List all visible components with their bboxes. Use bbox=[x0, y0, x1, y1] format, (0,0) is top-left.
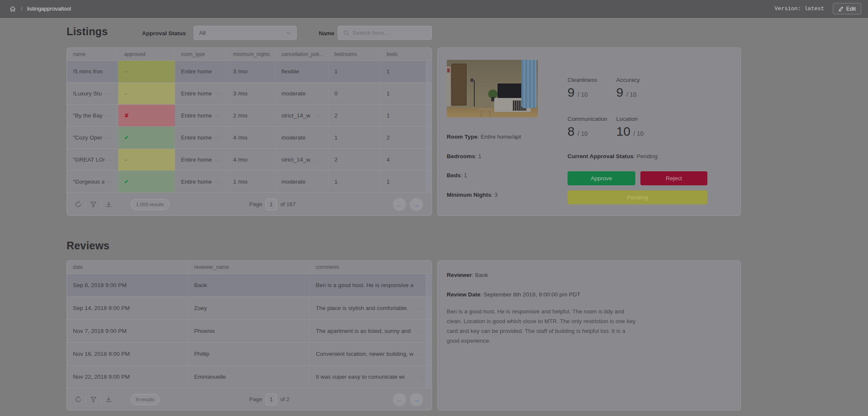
review-body-text: Ben is a good host. He is responsive and… bbox=[447, 307, 640, 346]
communication-rating: 8/ 10 bbox=[568, 124, 588, 139]
download-icon[interactable] bbox=[105, 201, 112, 208]
table-row[interactable]: !Luxury Stu ··· – Entire home ··· 3 /mo bbox=[67, 83, 431, 105]
cell-minimum-nights: 3 /mo bbox=[227, 83, 275, 104]
pending-button[interactable]: Pending bbox=[568, 190, 707, 204]
column-header[interactable]: beds bbox=[381, 48, 432, 60]
cell-approved: – bbox=[118, 83, 175, 104]
table-row[interactable]: "Gorgeous a ··· ✔ Entire home ··· 1 /mo bbox=[67, 171, 431, 193]
photo-switch bbox=[470, 78, 473, 82]
table-row[interactable]: Sep 8, 2018 9:00 PM Baok Ben is a good h… bbox=[67, 274, 431, 297]
table-row[interactable]: Nov 22, 2018 9:00 PM Emmanuelle It was s… bbox=[67, 366, 431, 388]
column-header[interactable]: minimum_nights bbox=[227, 48, 275, 60]
cell-date: Nov 16, 2018 9:00 PM bbox=[67, 343, 188, 365]
page-label: Page bbox=[249, 201, 262, 207]
cell-cancellation-policy: flexible bbox=[275, 61, 328, 82]
table-row[interactable]: Nov 16, 2018 9:00 PM Phillip Convenient … bbox=[67, 343, 431, 366]
table-row[interactable]: "GREAT LOC ··· – Entire home ··· 4 /mo s bbox=[67, 149, 431, 171]
cell-name: "GREAT LOC ··· bbox=[67, 149, 118, 170]
results-count-badge: 1,000 results bbox=[131, 199, 170, 210]
refresh-icon[interactable] bbox=[75, 396, 82, 403]
next-page-button[interactable]: → bbox=[410, 198, 423, 211]
breadcrumb[interactable]: / listingapprovaltool bbox=[9, 6, 71, 12]
cell-room-type: Entire home ··· bbox=[175, 149, 227, 170]
pager-buttons: ← → bbox=[393, 393, 423, 406]
photo-door bbox=[451, 64, 467, 106]
cell-comments: It was super easy to comunicate wi ··· bbox=[310, 366, 432, 388]
cell-date: Sep 14, 2018 9:00 PM bbox=[67, 297, 188, 319]
filter-icon[interactable] bbox=[90, 201, 97, 208]
next-page-button[interactable]: → bbox=[410, 393, 423, 406]
listing-detail-panel: Cleanliness 9/ 10 Accuracy 9/ 10 Communi… bbox=[437, 47, 741, 216]
cell-reviewer-name: Baok bbox=[188, 274, 310, 296]
column-header[interactable]: bedrooms bbox=[328, 48, 381, 60]
approved-glyph: ✘ bbox=[124, 112, 129, 119]
footer-icons bbox=[75, 396, 112, 403]
search-placeholder: Search here... bbox=[353, 30, 389, 36]
reviews-table-header: date reviewer_name comments bbox=[67, 261, 431, 274]
table-row[interactable]: !5 mins fron ··· – Entire home ··· 3 /mo bbox=[67, 61, 431, 83]
cell-comments: The place is stylish and comfortable. ··… bbox=[310, 297, 432, 319]
photo-lamp bbox=[474, 80, 475, 106]
cell-bedrooms: 1 bbox=[328, 61, 381, 82]
cell-reviewer-name: Zoey bbox=[188, 297, 310, 319]
column-header[interactable]: date bbox=[67, 261, 188, 274]
divider bbox=[86, 396, 86, 402]
pagination-controls: Page of 167 bbox=[249, 198, 296, 210]
previous-page-button[interactable]: ← bbox=[393, 198, 406, 211]
location-rating: 10/ 10 bbox=[616, 124, 644, 139]
location-label: Location bbox=[616, 116, 638, 122]
cell-room-type: Entire home ··· bbox=[175, 127, 227, 148]
cell-approved: – bbox=[118, 61, 175, 82]
previous-page-button[interactable]: ← bbox=[393, 393, 406, 406]
column-header[interactable]: approved bbox=[118, 48, 175, 60]
top-navbar: / listingapprovaltool Version: latest Ed… bbox=[0, 0, 868, 18]
approval-status-dropdown[interactable]: All bbox=[194, 26, 297, 40]
listings-table-header: name approved room_type minimum_nights c… bbox=[67, 48, 431, 61]
approve-button[interactable]: Approve bbox=[568, 171, 635, 185]
column-header[interactable]: comments bbox=[310, 261, 432, 274]
home-icon[interactable] bbox=[9, 6, 16, 12]
column-header[interactable]: cancellation_poli... bbox=[275, 48, 328, 60]
pencil-icon bbox=[838, 6, 844, 11]
divider bbox=[86, 201, 86, 207]
cell-beds: 1 bbox=[381, 171, 432, 193]
cell-minimum-nights: 2 /mo bbox=[227, 105, 275, 126]
cell-cancellation-policy: moderate bbox=[275, 171, 328, 193]
download-icon[interactable] bbox=[105, 396, 112, 403]
cell-bedrooms: 2 bbox=[328, 149, 381, 170]
listing-photo bbox=[447, 60, 538, 117]
review-date-field: Review Date: September 8th 2018, 9:00:00… bbox=[447, 291, 580, 298]
table-row[interactable]: Nov 7, 2018 9:00 PM Phoenix The apartmen… bbox=[67, 320, 431, 343]
name-search-input[interactable]: Search here... bbox=[338, 26, 432, 40]
column-header[interactable]: reviewer_name bbox=[188, 261, 310, 274]
cell-approved: ✔ bbox=[118, 171, 175, 193]
filter-icon[interactable] bbox=[90, 396, 97, 403]
table-row[interactable]: "Cozy Oper ··· ✔ Entire home ··· 4 /mo m bbox=[67, 127, 431, 149]
page-total-label: of 2 bbox=[280, 396, 289, 402]
refresh-icon[interactable] bbox=[75, 201, 82, 208]
table-scrollbar[interactable] bbox=[426, 274, 431, 388]
edit-button[interactable]: Edit bbox=[833, 3, 861, 14]
photo-plant bbox=[488, 89, 498, 98]
photo-curtain bbox=[521, 60, 537, 108]
page-number-input[interactable] bbox=[265, 394, 277, 405]
table-scrollbar[interactable] bbox=[426, 61, 431, 192]
divider bbox=[101, 396, 101, 402]
page-number-input[interactable] bbox=[265, 198, 277, 210]
table-row[interactable]: Sep 14, 2018 9:00 PM Zoey The place is s… bbox=[67, 297, 431, 320]
reviews-title: Reviews bbox=[67, 240, 109, 252]
topbar-right: Version: latest Edit bbox=[775, 3, 861, 14]
table-row[interactable]: "By the Bay ··· ✘ Entire home ··· 2 /mo bbox=[67, 105, 431, 127]
cell-cancellation-policy: strict_14_w ··· bbox=[275, 105, 328, 126]
column-header[interactable]: name bbox=[67, 48, 118, 60]
breadcrumb-app-name[interactable]: listingapprovaltool bbox=[27, 6, 71, 12]
cell-beds: 2 bbox=[381, 127, 432, 148]
cell-date: Nov 7, 2018 9:00 PM bbox=[67, 320, 188, 342]
cell-minimum-nights: 3 /mo bbox=[227, 61, 275, 82]
photo-detail bbox=[447, 68, 450, 73]
listings-table: name approved room_type minimum_nights c… bbox=[67, 47, 432, 216]
cell-name: "By the Bay ··· bbox=[67, 105, 118, 126]
reject-button[interactable]: Reject bbox=[640, 171, 707, 185]
cell-minimum-nights: 1 /mo bbox=[227, 171, 275, 193]
column-header[interactable]: room_type bbox=[175, 48, 227, 60]
